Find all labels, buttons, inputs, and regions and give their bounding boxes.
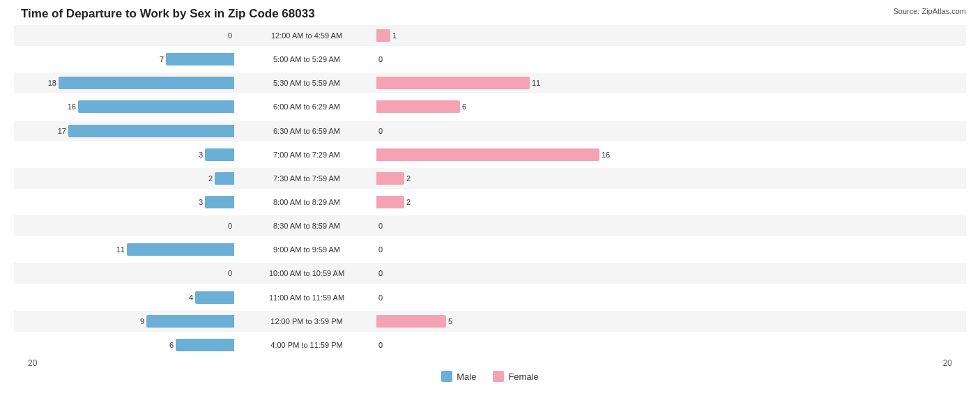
left-side: 9 bbox=[14, 315, 237, 328]
female-value: 5 bbox=[448, 317, 464, 325]
female-value: 0 bbox=[378, 127, 394, 135]
female-value: 0 bbox=[378, 55, 394, 63]
female-legend-icon bbox=[493, 371, 504, 382]
chart-container: Time of Departure to Work by Sex in Zip … bbox=[0, 0, 980, 414]
male-value: 16 bbox=[61, 102, 76, 111]
male-bar bbox=[78, 100, 234, 113]
female-bar bbox=[376, 148, 599, 161]
right-side: 2 bbox=[376, 172, 966, 185]
right-side: 6 bbox=[376, 100, 966, 113]
male-value: 17 bbox=[51, 127, 66, 135]
male-bar bbox=[205, 148, 234, 161]
male-bar bbox=[205, 196, 234, 208]
table-row: 18 5:30 AM to 5:59 AM 11 bbox=[14, 72, 966, 93]
male-value: 3 bbox=[187, 151, 203, 159]
female-bar bbox=[376, 196, 404, 208]
time-label: 8:30 AM to 8:59 AM bbox=[237, 222, 376, 230]
left-bar-wrap: 3 bbox=[32, 148, 234, 161]
right-side: 0 bbox=[376, 339, 966, 351]
left-bar-wrap: 0 bbox=[32, 29, 234, 42]
time-label: 9:00 AM to 9:59 AM bbox=[237, 245, 376, 254]
female-value: 0 bbox=[378, 293, 394, 302]
table-row: 4 11:00 AM to 11:59 AM 0 bbox=[14, 287, 966, 308]
time-label: 12:00 PM to 3:59 PM bbox=[237, 317, 376, 325]
male-value: 4 bbox=[178, 293, 193, 302]
left-side: 0 bbox=[14, 29, 237, 42]
left-side: 18 bbox=[14, 77, 237, 89]
left-bar-wrap: 9 bbox=[32, 315, 234, 328]
male-value: 3 bbox=[187, 198, 203, 206]
male-bar bbox=[166, 53, 234, 66]
female-bar bbox=[376, 77, 530, 89]
female-value: 2 bbox=[406, 174, 422, 183]
legend: Male Female bbox=[14, 371, 966, 382]
axis-right-label: 20 bbox=[943, 358, 952, 368]
female-value: 1 bbox=[392, 31, 408, 40]
time-label: 8:00 AM to 8:29 AM bbox=[237, 198, 376, 206]
left-bar-wrap: 0 bbox=[32, 267, 234, 279]
left-side: 3 bbox=[14, 148, 237, 161]
male-value: 9 bbox=[129, 317, 144, 325]
bar-chart: 0 12:00 AM to 4:59 AM 1 7 5:00 AM to 5:2… bbox=[14, 25, 966, 355]
right-side: 0 bbox=[376, 125, 966, 137]
time-label: 4:00 PM to 11:59 PM bbox=[237, 341, 376, 349]
male-bar bbox=[127, 243, 234, 256]
time-label: 5:30 AM to 5:59 AM bbox=[237, 79, 376, 87]
axis-left-label: 20 bbox=[28, 358, 37, 368]
table-row: 17 6:30 AM to 6:59 AM 0 bbox=[14, 121, 966, 141]
right-side: 0 bbox=[376, 243, 966, 256]
left-side: 2 bbox=[14, 172, 237, 185]
source-text: Source: ZipAtlas.com bbox=[893, 7, 966, 15]
female-bar bbox=[376, 315, 446, 328]
male-value: 11 bbox=[109, 245, 125, 254]
table-row: 3 8:00 AM to 8:29 AM 2 bbox=[14, 192, 966, 213]
female-bar bbox=[376, 29, 390, 42]
right-side: 0 bbox=[376, 291, 966, 304]
left-bar-wrap: 17 bbox=[32, 125, 234, 137]
female-value: 0 bbox=[378, 222, 394, 230]
left-bar-wrap: 18 bbox=[32, 77, 234, 89]
left-bar-wrap: 7 bbox=[32, 53, 234, 66]
left-bar-wrap: 3 bbox=[32, 196, 234, 208]
left-bar-wrap: 6 bbox=[32, 339, 234, 351]
female-bar bbox=[376, 100, 460, 113]
male-value: 0 bbox=[217, 31, 232, 40]
right-side: 0 bbox=[376, 267, 966, 279]
left-side: 6 bbox=[14, 339, 237, 351]
time-label: 10:00 AM to 10:59 AM bbox=[237, 269, 376, 277]
table-row: 6 4:00 PM to 11:59 PM 0 bbox=[14, 335, 966, 355]
left-bar-wrap: 0 bbox=[32, 220, 234, 232]
axis-labels: 20 20 bbox=[14, 355, 966, 368]
left-bar-wrap: 4 bbox=[32, 291, 234, 304]
male-bar bbox=[215, 172, 234, 185]
right-side: 1 bbox=[376, 29, 966, 42]
table-row: 0 8:30 AM to 8:59 AM 0 bbox=[14, 215, 966, 236]
table-row: 11 9:00 AM to 9:59 AM 0 bbox=[14, 239, 966, 260]
left-side: 3 bbox=[14, 196, 237, 208]
male-bar bbox=[195, 291, 234, 304]
legend-male: Male bbox=[441, 371, 476, 382]
chart-area: 0 12:00 AM to 4:59 AM 1 7 5:00 AM to 5:2… bbox=[14, 25, 966, 355]
female-value: 6 bbox=[462, 102, 477, 111]
right-side: 0 bbox=[376, 220, 966, 232]
left-side: 16 bbox=[14, 100, 237, 113]
male-legend-icon bbox=[441, 371, 452, 382]
left-side: 0 bbox=[14, 267, 237, 279]
female-legend-label: Female bbox=[508, 371, 538, 382]
time-label: 6:00 AM to 6:29 AM bbox=[237, 102, 376, 111]
male-value: 0 bbox=[217, 269, 232, 277]
female-value: 0 bbox=[378, 269, 394, 277]
right-side: 16 bbox=[376, 148, 966, 161]
male-legend-label: Male bbox=[457, 371, 476, 382]
left-side: 11 bbox=[14, 243, 237, 256]
male-value: 18 bbox=[41, 79, 56, 87]
male-value: 6 bbox=[158, 341, 174, 349]
female-value: 2 bbox=[406, 198, 422, 206]
time-label: 7:00 AM to 7:29 AM bbox=[237, 151, 376, 159]
right-side: 2 bbox=[376, 196, 966, 208]
table-row: 3 7:00 AM to 7:29 AM 16 bbox=[14, 144, 966, 165]
left-side: 17 bbox=[14, 125, 237, 137]
male-value: 7 bbox=[148, 55, 164, 63]
time-label: 6:30 AM to 6:59 AM bbox=[237, 127, 376, 135]
table-row: 16 6:00 AM to 6:29 AM 6 bbox=[14, 96, 966, 117]
